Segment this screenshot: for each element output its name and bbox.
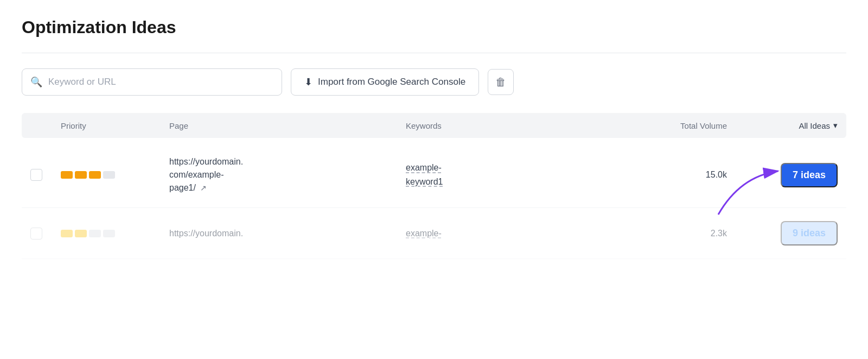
row-checkbox[interactable] (30, 169, 61, 181)
ideas-badge-button[interactable]: 7 ideas (781, 163, 838, 187)
volume-cell: 15.0k (642, 170, 740, 180)
page-title: Optimization Ideas (22, 17, 846, 37)
priority-indicator (61, 171, 169, 179)
volume-cell: 2.3k (642, 229, 740, 238)
import-button[interactable]: ⬇ Import from Google Search Console (291, 68, 479, 96)
priority-bar-4 (103, 171, 115, 179)
keyword-link[interactable]: example-keyword1 (406, 163, 443, 186)
all-ideas-label: All Ideas (799, 121, 830, 130)
ideas-cell: 7 ideas (740, 163, 838, 187)
search-wrapper: 🔍 (22, 68, 282, 96)
trash-icon: 🗑 (495, 76, 506, 89)
chevron-down-icon: ▾ (833, 121, 838, 130)
table-header: Priority Page Keywords Total Volume All … (22, 113, 846, 138)
col-priority: Priority (61, 121, 169, 130)
table-row: https://yourdomain.com/example-page1/ ↗ … (22, 142, 846, 208)
table-row: https://yourdomain. example- 2.3k 9 idea… (22, 208, 846, 259)
priority-bar-2 (75, 171, 87, 179)
ideas-cell: 9 ideas (740, 221, 838, 245)
keyword-cell[interactable]: example- (406, 226, 642, 241)
keyword-cell[interactable]: example-keyword1 (406, 161, 642, 188)
keyword-link[interactable]: example- (406, 229, 442, 238)
page-url[interactable]: https://yourdomain.com/example-page1/ ↗ (169, 155, 406, 194)
priority-bar-2 (75, 230, 87, 237)
ideas-badge-button[interactable]: 9 ideas (781, 221, 838, 245)
col-keywords: Keywords (406, 121, 642, 130)
col-page: Page (169, 121, 406, 130)
priority-bar-3 (89, 171, 101, 179)
search-input[interactable] (22, 68, 282, 96)
row-checkbox[interactable] (30, 228, 61, 240)
priority-bar-1 (61, 171, 73, 179)
search-icon: 🔍 (30, 76, 42, 88)
all-ideas-filter[interactable]: All Ideas ▾ (740, 121, 838, 130)
delete-button[interactable]: 🗑 (488, 69, 514, 95)
col-total-volume: Total Volume (642, 121, 740, 130)
priority-bar-1 (61, 230, 73, 237)
toolbar: 🔍 ⬇ Import from Google Search Console 🗑 (22, 68, 846, 96)
priority-bar-4 (103, 230, 115, 237)
priority-bar-3 (89, 230, 101, 237)
divider (22, 53, 846, 53)
external-link-icon: ↗ (200, 184, 207, 192)
priority-indicator (61, 230, 169, 237)
import-button-label: Import from Google Search Console (318, 77, 465, 87)
import-icon: ⬇ (304, 76, 312, 88)
page-url[interactable]: https://yourdomain. (169, 227, 406, 240)
